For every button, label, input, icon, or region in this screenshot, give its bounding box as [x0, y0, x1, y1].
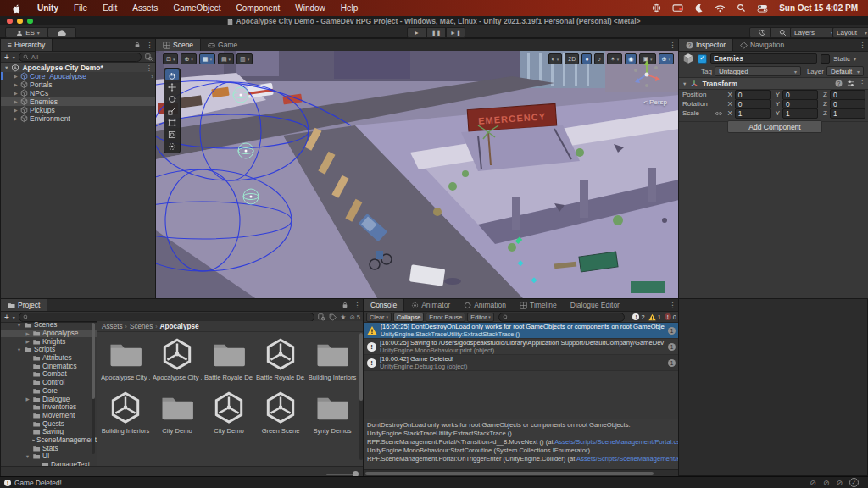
console-collapse-button[interactable]: Collapse [393, 313, 424, 322]
presets-icon[interactable] [847, 80, 854, 87]
asset-synty-demos-folder[interactable]: Synty Demos [308, 390, 357, 435]
menu-help[interactable]: Help [333, 3, 366, 13]
asset-building-interiors-scene[interactable]: Building Interiors [101, 390, 150, 435]
wifi-icon[interactable] [715, 4, 726, 13]
project-folder-ui[interactable]: ▼UI [1, 452, 97, 461]
expand-arrow-icon[interactable]: ▶ [25, 331, 31, 336]
menu-edit[interactable]: Edit [95, 3, 125, 13]
create-add-button[interactable]: + [4, 53, 9, 62]
move-tool-button[interactable] [165, 81, 179, 92]
hidden-packages-count[interactable]: ⊘ 5 [349, 313, 360, 321]
cache-server-disabled-icon[interactable]: ⊘ [810, 479, 816, 487]
transform-tool-button[interactable] [165, 129, 179, 140]
tab-game[interactable]: Game [201, 39, 244, 51]
account-dropdown[interactable]: ES▾ [5, 27, 51, 38]
create-add-caret[interactable]: ▾ [13, 54, 15, 60]
project-folder-saving[interactable]: Saving [1, 428, 97, 436]
thumbnail-size-slider[interactable] [326, 474, 357, 475]
console-error-pause-button[interactable]: Error Pause [426, 313, 465, 322]
background-tasks-icon[interactable]: ✓ [849, 478, 859, 487]
link-scale-icon[interactable] [715, 110, 723, 117]
menu-component[interactable]: Component [229, 3, 288, 13]
stacktrace-link[interactable]: Assets/Scripts/SceneManagement/Portal.cs… [554, 438, 679, 446]
tree-scrollbar[interactable] [92, 323, 95, 454]
rotate-tool-button[interactable] [165, 93, 179, 104]
console-entry-1[interactable]: ![16:00:25] Saving to /Users/godspeakstu… [364, 339, 679, 355]
project-folder-scripts[interactable]: ▼Scripts [1, 346, 97, 354]
saved-search-star-icon[interactable]: ★ [340, 313, 346, 321]
tab-animator[interactable]: Animator [404, 299, 457, 311]
expand-arrow-icon[interactable]: ▼ [16, 347, 22, 352]
tab-navigation[interactable]: Navigation [733, 39, 791, 51]
hierarchy-item-portals[interactable]: ▶Portals [1, 80, 156, 89]
menu-file[interactable]: File [66, 3, 95, 13]
transform-component-header[interactable]: ▼ Transform ⋮ [679, 77, 868, 90]
tab-project[interactable]: Project [1, 299, 47, 311]
scene-orientation-gizmo[interactable] [630, 58, 664, 95]
layout-dropdown[interactable]: Layout▾ [832, 27, 868, 38]
effects-toggle-button[interactable]: ✶▾ [607, 53, 622, 64]
pivot-toggle-button[interactable]: ⊕▾ [181, 53, 196, 64]
console-entry-2[interactable]: ![16:00:42] Game Deleted!UnityEngine.Deb… [364, 355, 679, 371]
expand-arrow-icon[interactable]: ▶ [13, 99, 19, 104]
status-bar[interactable]: ! Game Deleted! ⊘ ⊘ ⊘ ✓ [0, 476, 868, 488]
static-caret[interactable]: ▾ [854, 56, 856, 62]
tag-dropdown[interactable]: Untagged▾ [715, 66, 801, 76]
component-menu-icon[interactable]: ⋮ [859, 80, 865, 87]
menu-gameobject[interactable]: GameObject [165, 3, 228, 13]
play-button[interactable]: ► [407, 27, 426, 38]
hand-tool-button[interactable] [165, 69, 179, 80]
menu-window[interactable]: Window [287, 3, 333, 13]
expand-arrow-icon[interactable]: ▼ [25, 454, 31, 459]
rotation-x-field[interactable]: 0 [735, 99, 771, 109]
project-folder-attributes[interactable]: Attributes [1, 354, 97, 363]
grid-snap-button[interactable]: ▦▾ [199, 53, 215, 64]
console-detail-pane[interactable]: DontDestroyOnLoad only works for root Ga… [364, 419, 679, 470]
expand-arrow-icon[interactable]: ▶ [13, 108, 19, 113]
asset-battle-royale-de-folder[interactable]: Battle Royale De... [204, 336, 253, 381]
layer-dropdown[interactable]: Default▾ [826, 66, 864, 76]
perspective-label[interactable]: < Persp [643, 98, 667, 106]
scale-x-field[interactable]: 1 [735, 108, 771, 119]
tab-timeline[interactable]: Timeline [513, 299, 564, 311]
expand-arrow-icon[interactable]: ▶ [13, 82, 19, 87]
help-icon[interactable] [835, 80, 843, 87]
expand-arrow-icon[interactable]: ▶ [25, 396, 31, 402]
layers-dropdown[interactable]: Layers▾ [790, 27, 837, 38]
cloud-disabled-icon[interactable]: ⊘ [836, 479, 843, 487]
shading-mode-button[interactable]: ◐▾ [548, 53, 563, 64]
stacktrace-link[interactable]: Assets/Scripts/SceneManagement/Portal.cs… [576, 455, 679, 463]
warning-count[interactable]: 1 [648, 313, 661, 321]
control-center-icon[interactable] [757, 4, 768, 13]
spotlight-icon[interactable] [737, 3, 746, 13]
project-folder-cinematics[interactable]: Cinematics [1, 362, 97, 370]
project-folder-scenes[interactable]: ▼Scenes [1, 321, 97, 330]
tab-inspector[interactable]: Inspector [679, 39, 733, 51]
hierarchy-search-input[interactable]: All [19, 53, 142, 62]
menu-unity[interactable]: Unity [30, 3, 66, 13]
increment-snap-button[interactable]: ▥▾ [236, 53, 253, 64]
error-count[interactable]: !0 [665, 313, 676, 321]
gameobject-name-field[interactable]: Enemies [710, 53, 817, 64]
menu-assets[interactable]: Assets [125, 3, 165, 13]
active-checkbox[interactable]: ✓ [698, 54, 707, 64]
scale-y-field[interactable]: 1 [782, 108, 818, 119]
asset-battle-royale-de-scene[interactable]: Battle Royale De... [256, 336, 305, 381]
expand-arrow-icon[interactable]: ▶ [13, 91, 19, 96]
input-source-icon[interactable] [652, 3, 661, 13]
expand-arrow-icon[interactable]: ▶ [13, 116, 19, 121]
hierarchy-item-pickups[interactable]: ▶Pickups [1, 106, 156, 114]
rect-tool-button[interactable] [165, 117, 179, 128]
panel-menu-icon[interactable]: ⋮ [666, 39, 679, 51]
console-clear-button[interactable]: Clear▾ [366, 313, 392, 322]
expand-arrow-icon[interactable]: ▶ [13, 74, 19, 79]
asset-apocalypse-city-scene[interactable]: Apocalypse City ... [153, 336, 202, 381]
breadcrumb-item-apocalypse[interactable]: Apocalypse [160, 323, 199, 330]
console-entry-0[interactable]: [16:00:25] DontDestroyOnLoad only works … [364, 323, 679, 339]
create-asset-button[interactable]: + [4, 313, 9, 322]
panel-menu-icon[interactable]: ⋮ [666, 299, 679, 311]
scale-tool-button[interactable] [165, 105, 179, 116]
tab-dialogue-editor[interactable]: Dialogue Editor [564, 299, 626, 311]
hierarchy-item-enemies[interactable]: ▶Enemies [1, 97, 156, 106]
audio-toggle-button[interactable]: ♪ [594, 53, 604, 64]
